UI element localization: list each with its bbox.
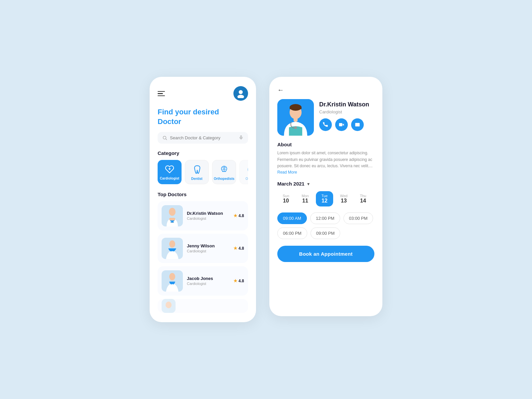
- calendar-header: March 2021 ▾: [277, 181, 374, 187]
- date-day-0: Sun: [283, 194, 289, 198]
- time-slot-0[interactable]: 09:00 AM: [277, 212, 307, 224]
- date-num-2: 12: [322, 198, 328, 204]
- svg-point-0: [239, 90, 243, 94]
- time-slot-3[interactable]: 06:00 PM: [277, 227, 307, 239]
- user-avatar[interactable]: [233, 86, 248, 101]
- star-icon-3: ★: [233, 278, 237, 283]
- doctor-name-3: Jacob Jones: [187, 276, 229, 281]
- time-grid: 09:00 AM 12:00 PM 03:00 PM 06:00 PM 09:0…: [277, 212, 374, 239]
- doctor-name-1: Dr.Kristin Watson: [187, 211, 229, 216]
- video-icon: [339, 122, 344, 127]
- doctor-info-3: Jacob Jones Cardiologist: [187, 276, 229, 286]
- microphone-icon[interactable]: [239, 135, 243, 140]
- star-icon-2: ★: [233, 246, 237, 251]
- date-num-1: 11: [302, 198, 308, 204]
- doctor-avatar-2: [162, 238, 183, 259]
- svg-point-11: [169, 240, 175, 248]
- doctor-avatar-4: [162, 299, 176, 313]
- search-input[interactable]: [170, 135, 236, 140]
- search-bar[interactable]: [158, 132, 248, 144]
- date-day-4: Thu: [360, 194, 366, 198]
- left-panel: Find your desired Doctor Category: [150, 77, 256, 322]
- category-ortho-label: Orthopedists: [214, 177, 234, 181]
- svg-line-3: [166, 139, 167, 140]
- date-row: Sun 10 Mon 11 Tue 12 Wed 13 Thu 14: [277, 191, 374, 206]
- profile-name: Dr.Kristin Watson: [319, 101, 374, 108]
- phone-button[interactable]: [319, 118, 332, 131]
- date-cell-4[interactable]: Thu 14: [354, 191, 372, 206]
- search-icon: [162, 135, 167, 140]
- back-button[interactable]: ←: [277, 86, 284, 94]
- svg-point-7: [248, 166, 248, 173]
- brain-icon: [219, 165, 229, 174]
- doctor-card-4[interactable]: [158, 299, 248, 313]
- about-title: About: [277, 142, 374, 147]
- date-num-4: 14: [360, 198, 366, 204]
- svg-rect-4: [240, 136, 242, 138]
- category-cardiologist-label: Cardiologist: [160, 177, 179, 180]
- menu-icon[interactable]: [158, 91, 165, 96]
- phone-icon: [323, 122, 328, 127]
- doctor-rating-1: ★ 4.8: [233, 213, 244, 218]
- doctor-spec-2: Cardiologist: [187, 249, 229, 253]
- date-cell-3[interactable]: Wed 13: [335, 191, 352, 206]
- chevron-down-icon[interactable]: ▾: [307, 181, 310, 187]
- book-appointment-button[interactable]: Book an Appointment: [277, 246, 374, 262]
- category-dentist[interactable]: Dentist: [185, 160, 209, 184]
- svg-rect-21: [339, 123, 342, 126]
- date-day-2: Tue: [322, 194, 328, 198]
- date-day-3: Wed: [340, 194, 347, 198]
- svg-point-2: [163, 136, 166, 139]
- doctor-figure-3: [163, 272, 181, 292]
- category-ortho[interactable]: Orthopedists: [212, 160, 236, 184]
- date-cell-0[interactable]: Sun 10: [277, 191, 295, 206]
- doctor-rating-3: ★ 4.8: [233, 278, 244, 283]
- svg-point-1: [237, 95, 244, 98]
- category-dentist-label: Dentist: [191, 177, 202, 181]
- svg-point-8: [169, 208, 176, 216]
- doctor-avatar-3: [162, 270, 183, 292]
- svg-marker-20: [342, 124, 344, 126]
- date-cell-1[interactable]: Mon 11: [297, 191, 314, 206]
- other-icon: [247, 165, 248, 174]
- star-icon-1: ★: [233, 213, 237, 218]
- tooth-icon: [192, 165, 201, 174]
- calendar-month: March 2021: [277, 181, 305, 187]
- time-slot-1[interactable]: 12:00 PM: [310, 212, 340, 224]
- doctor-figure-1: [163, 206, 181, 226]
- category-other[interactable]: Ortho...: [239, 160, 248, 184]
- category-title: Category: [158, 150, 248, 156]
- top-doctors-title: Top Doctors: [158, 192, 248, 197]
- date-num-3: 13: [341, 198, 347, 204]
- doctor-avatar-1: [162, 205, 183, 226]
- doctor-rating-2: ★ 4.8: [233, 246, 244, 251]
- doctor-card-2[interactable]: Jenny Wilson Cardiologist ★ 4.8: [158, 234, 248, 263]
- doctor-info-2: Jenny Wilson Cardiologist: [187, 243, 229, 253]
- doctor-name-2: Jenny Wilson: [187, 243, 229, 248]
- category-cardiologist[interactable]: Cardiologist: [158, 160, 182, 184]
- doctor-card-1[interactable]: Dr.Kristin Watson Cardiologist ★ 4.8: [158, 201, 248, 230]
- date-cell-2[interactable]: Tue 12: [316, 191, 333, 206]
- read-more-link[interactable]: Read More: [277, 170, 297, 175]
- time-slot-2[interactable]: 03:00 PM: [343, 212, 373, 224]
- profile-info: Dr.Kristin Watson Cardiologist: [319, 99, 374, 131]
- category-row: Cardiologist Dentist Orthopedists: [158, 160, 248, 184]
- doctor-figure-2: [163, 239, 181, 259]
- doctor-card-3[interactable]: Jacob Jones Cardiologist ★ 4.8: [158, 266, 248, 296]
- video-button[interactable]: [335, 118, 348, 131]
- svg-point-18: [294, 126, 297, 129]
- right-panel: ←: [269, 77, 382, 316]
- time-slot-4[interactable]: 09:00 PM: [311, 227, 340, 239]
- doctor-profile-header: Dr.Kristin Watson Cardiologist: [277, 99, 374, 136]
- app-container: Find your desired Doctor Category: [136, 57, 396, 342]
- doctor-list: Dr.Kristin Watson Cardiologist ★ 4.8: [158, 201, 248, 313]
- svg-rect-9: [169, 218, 175, 220]
- message-button[interactable]: [351, 118, 364, 131]
- profile-image: [277, 99, 314, 136]
- profile-spec: Cardiologist: [319, 109, 374, 114]
- svg-point-12: [169, 273, 175, 280]
- page-title: Find your desired Doctor: [158, 107, 248, 126]
- svg-rect-19: [294, 118, 298, 122]
- doctor-spec-1: Cardiologist: [187, 216, 229, 220]
- doctor-info-1: Dr.Kristin Watson Cardiologist: [187, 211, 229, 220]
